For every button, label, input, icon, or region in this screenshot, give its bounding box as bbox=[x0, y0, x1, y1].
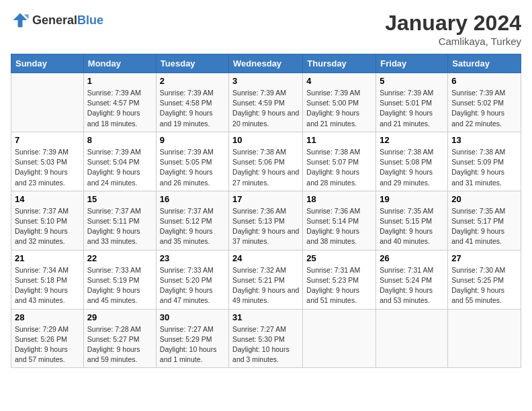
day-info: Sunrise: 7:37 AMSunset: 5:10 PMDaylight:… bbox=[15, 206, 80, 247]
day-number: 10 bbox=[232, 135, 299, 145]
day-info: Sunrise: 7:38 AMSunset: 5:09 PMDaylight:… bbox=[451, 147, 517, 188]
day-info: Sunrise: 7:36 AMSunset: 5:13 PMDaylight:… bbox=[232, 206, 299, 247]
calendar-cell: 27Sunrise: 7:30 AMSunset: 5:25 PMDayligh… bbox=[448, 250, 521, 309]
logo-general: General bbox=[32, 13, 77, 27]
col-monday: Monday bbox=[83, 54, 156, 73]
day-number: 2 bbox=[160, 76, 225, 86]
calendar-cell: 9Sunrise: 7:39 AMSunset: 5:05 PMDaylight… bbox=[156, 132, 228, 191]
calendar-cell: 29Sunrise: 7:28 AMSunset: 5:27 PMDayligh… bbox=[83, 309, 156, 368]
day-number: 11 bbox=[306, 135, 372, 145]
day-number: 28 bbox=[15, 312, 80, 322]
calendar-cell: 20Sunrise: 7:35 AMSunset: 5:17 PMDayligh… bbox=[448, 191, 521, 250]
day-info: Sunrise: 7:33 AMSunset: 5:20 PMDaylight:… bbox=[160, 265, 225, 306]
day-number: 1 bbox=[87, 76, 152, 86]
day-number: 31 bbox=[232, 312, 299, 322]
day-info: Sunrise: 7:37 AMSunset: 5:11 PMDaylight:… bbox=[87, 206, 152, 247]
day-number: 16 bbox=[160, 194, 225, 204]
day-info: Sunrise: 7:33 AMSunset: 5:19 PMDaylight:… bbox=[87, 265, 152, 306]
calendar-cell: 19Sunrise: 7:35 AMSunset: 5:15 PMDayligh… bbox=[376, 191, 448, 250]
logo-icon bbox=[11, 11, 30, 30]
day-info: Sunrise: 7:39 AMSunset: 5:04 PMDaylight:… bbox=[87, 147, 152, 188]
calendar-cell: 18Sunrise: 7:36 AMSunset: 5:14 PMDayligh… bbox=[303, 191, 376, 250]
calendar-cell: 14Sunrise: 7:37 AMSunset: 5:10 PMDayligh… bbox=[11, 191, 84, 250]
header: GeneralBlue January 2024 Camlikaya, Turk… bbox=[11, 11, 521, 47]
day-info: Sunrise: 7:28 AMSunset: 5:27 PMDaylight:… bbox=[87, 324, 152, 365]
col-saturday: Saturday bbox=[448, 54, 521, 73]
day-number: 22 bbox=[87, 253, 152, 263]
day-number: 30 bbox=[160, 312, 225, 322]
day-info: Sunrise: 7:29 AMSunset: 5:26 PMDaylight:… bbox=[15, 324, 80, 365]
day-number: 12 bbox=[380, 135, 444, 145]
day-number: 8 bbox=[87, 135, 152, 145]
day-number: 21 bbox=[15, 253, 80, 263]
calendar-week-1: 1Sunrise: 7:39 AMSunset: 4:57 PMDaylight… bbox=[11, 73, 521, 132]
day-number: 24 bbox=[232, 253, 299, 263]
day-info: Sunrise: 7:30 AMSunset: 5:25 PMDaylight:… bbox=[451, 265, 517, 306]
day-number: 18 bbox=[306, 194, 372, 204]
calendar-cell: 11Sunrise: 7:38 AMSunset: 5:07 PMDayligh… bbox=[303, 132, 376, 191]
col-sunday: Sunday bbox=[11, 54, 84, 73]
col-thursday: Thursday bbox=[303, 54, 376, 73]
day-info: Sunrise: 7:31 AMSunset: 5:24 PMDaylight:… bbox=[380, 265, 444, 306]
logo-blue: Blue bbox=[77, 13, 103, 27]
calendar-cell: 12Sunrise: 7:38 AMSunset: 5:08 PMDayligh… bbox=[376, 132, 448, 191]
logo-text: GeneralBlue bbox=[32, 13, 103, 28]
day-info: Sunrise: 7:39 AMSunset: 4:57 PMDaylight:… bbox=[87, 88, 152, 129]
calendar-cell bbox=[448, 309, 521, 368]
calendar-cell: 6Sunrise: 7:39 AMSunset: 5:02 PMDaylight… bbox=[448, 73, 521, 132]
day-info: Sunrise: 7:39 AMSunset: 5:02 PMDaylight:… bbox=[451, 88, 517, 129]
calendar-cell: 3Sunrise: 7:39 AMSunset: 4:59 PMDaylight… bbox=[229, 73, 303, 132]
title-section: January 2024 Camlikaya, Turkey bbox=[385, 11, 521, 47]
calendar-cell: 7Sunrise: 7:39 AMSunset: 5:03 PMDaylight… bbox=[11, 132, 84, 191]
day-number: 3 bbox=[232, 76, 299, 86]
calendar-week-3: 14Sunrise: 7:37 AMSunset: 5:10 PMDayligh… bbox=[11, 191, 521, 250]
calendar-body: 1Sunrise: 7:39 AMSunset: 4:57 PMDaylight… bbox=[11, 73, 521, 368]
logo: GeneralBlue bbox=[11, 11, 103, 30]
day-info: Sunrise: 7:34 AMSunset: 5:18 PMDaylight:… bbox=[15, 265, 80, 306]
subtitle: Camlikaya, Turkey bbox=[385, 36, 521, 47]
day-number: 9 bbox=[160, 135, 225, 145]
col-tuesday: Tuesday bbox=[156, 54, 228, 73]
day-number: 26 bbox=[380, 253, 444, 263]
calendar-cell: 1Sunrise: 7:39 AMSunset: 4:57 PMDaylight… bbox=[83, 73, 156, 132]
header-row: Sunday Monday Tuesday Wednesday Thursday… bbox=[11, 54, 521, 73]
day-info: Sunrise: 7:27 AMSunset: 5:30 PMDaylight:… bbox=[232, 324, 299, 365]
col-wednesday: Wednesday bbox=[229, 54, 303, 73]
calendar-cell: 21Sunrise: 7:34 AMSunset: 5:18 PMDayligh… bbox=[11, 250, 84, 309]
day-number: 19 bbox=[380, 194, 444, 204]
main-title: January 2024 bbox=[385, 11, 521, 36]
day-info: Sunrise: 7:39 AMSunset: 4:58 PMDaylight:… bbox=[160, 88, 225, 129]
day-number: 14 bbox=[15, 194, 80, 204]
calendar-cell: 8Sunrise: 7:39 AMSunset: 5:04 PMDaylight… bbox=[83, 132, 156, 191]
calendar-cell: 28Sunrise: 7:29 AMSunset: 5:26 PMDayligh… bbox=[11, 309, 84, 368]
calendar-cell: 16Sunrise: 7:37 AMSunset: 5:12 PMDayligh… bbox=[156, 191, 228, 250]
day-number: 15 bbox=[87, 194, 152, 204]
calendar-cell bbox=[11, 73, 84, 132]
day-info: Sunrise: 7:38 AMSunset: 5:08 PMDaylight:… bbox=[380, 147, 444, 188]
calendar-cell: 25Sunrise: 7:31 AMSunset: 5:23 PMDayligh… bbox=[303, 250, 376, 309]
calendar-cell: 30Sunrise: 7:27 AMSunset: 5:29 PMDayligh… bbox=[156, 309, 228, 368]
day-info: Sunrise: 7:39 AMSunset: 5:03 PMDaylight:… bbox=[15, 147, 80, 188]
day-number: 27 bbox=[451, 253, 517, 263]
day-number: 23 bbox=[160, 253, 225, 263]
day-info: Sunrise: 7:37 AMSunset: 5:12 PMDaylight:… bbox=[160, 206, 225, 247]
calendar-table: Sunday Monday Tuesday Wednesday Thursday… bbox=[11, 54, 521, 368]
day-info: Sunrise: 7:39 AMSunset: 5:00 PMDaylight:… bbox=[306, 88, 372, 129]
day-number: 6 bbox=[451, 76, 517, 86]
day-info: Sunrise: 7:39 AMSunset: 5:01 PMDaylight:… bbox=[380, 88, 444, 129]
day-number: 20 bbox=[451, 194, 517, 204]
calendar-cell: 26Sunrise: 7:31 AMSunset: 5:24 PMDayligh… bbox=[376, 250, 448, 309]
calendar-header: Sunday Monday Tuesday Wednesday Thursday… bbox=[11, 54, 521, 73]
calendar-cell: 23Sunrise: 7:33 AMSunset: 5:20 PMDayligh… bbox=[156, 250, 228, 309]
day-number: 13 bbox=[451, 135, 517, 145]
day-info: Sunrise: 7:39 AMSunset: 5:05 PMDaylight:… bbox=[160, 147, 225, 188]
day-info: Sunrise: 7:27 AMSunset: 5:29 PMDaylight:… bbox=[160, 324, 225, 365]
day-info: Sunrise: 7:35 AMSunset: 5:15 PMDaylight:… bbox=[380, 206, 444, 247]
day-info: Sunrise: 7:32 AMSunset: 5:21 PMDaylight:… bbox=[232, 265, 299, 306]
calendar-week-4: 21Sunrise: 7:34 AMSunset: 5:18 PMDayligh… bbox=[11, 250, 521, 309]
calendar-cell: 24Sunrise: 7:32 AMSunset: 5:21 PMDayligh… bbox=[229, 250, 303, 309]
calendar-week-5: 28Sunrise: 7:29 AMSunset: 5:26 PMDayligh… bbox=[11, 309, 521, 368]
day-info: Sunrise: 7:38 AMSunset: 5:07 PMDaylight:… bbox=[306, 147, 372, 188]
calendar-cell: 17Sunrise: 7:36 AMSunset: 5:13 PMDayligh… bbox=[229, 191, 303, 250]
calendar-cell bbox=[303, 309, 376, 368]
